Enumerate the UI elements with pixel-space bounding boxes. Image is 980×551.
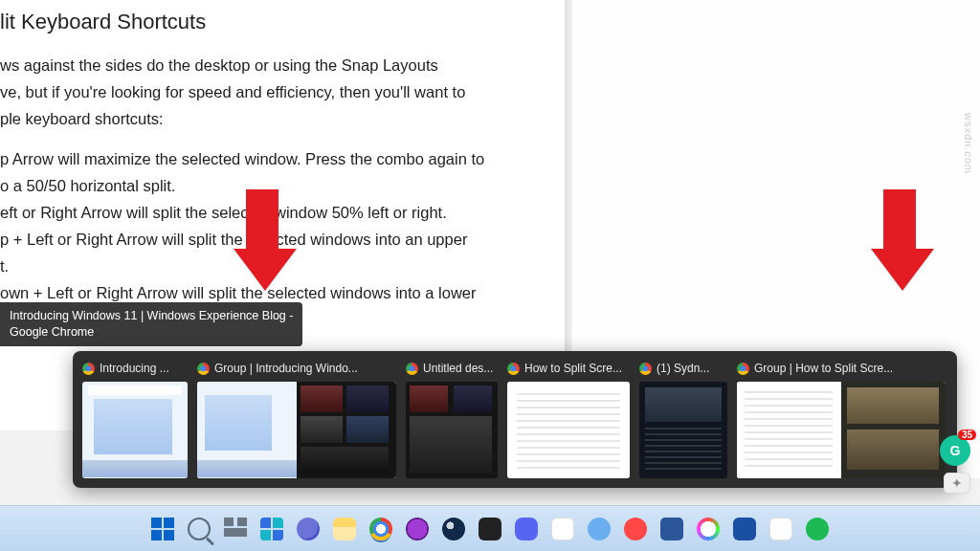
tooltip-line1: Introducing Windows 11 | Windows Experie… <box>10 309 293 322</box>
taskbar-search-icon[interactable] <box>186 516 212 542</box>
chrome-icon <box>82 363 95 375</box>
taskbar-spotify-icon[interactable] <box>804 516 831 542</box>
thumb-preview <box>197 382 396 478</box>
taskview-thumb[interactable]: Introducing ... <box>82 359 188 478</box>
taskview-thumb[interactable]: (1) Sydn... <box>639 359 727 478</box>
taskbar-word-icon[interactable] <box>658 516 685 542</box>
text: o a 50/50 horizontal split. <box>0 177 175 194</box>
thumb-title: How to Split Scre... <box>507 359 630 378</box>
article-heading: lit Keyboard Shortcuts <box>0 10 565 34</box>
grammarly-icon[interactable]: G 35 <box>940 435 970 466</box>
thumb-preview <box>507 382 630 478</box>
chrome-icon <box>737 363 749 375</box>
thumb-title: Introducing ... <box>82 359 188 378</box>
taskbar-teams-icon[interactable] <box>295 516 322 542</box>
thumb-label: Group | Introducing Windo... <box>214 362 358 375</box>
red-arrow-left <box>234 189 291 295</box>
window-tooltip: Introducing Windows 11 | Windows Experie… <box>0 302 302 346</box>
taskbar-file-explorer-icon[interactable] <box>331 516 358 542</box>
thumb-label: Introducing ... <box>100 362 169 375</box>
thumb-preview <box>406 382 498 478</box>
grammarly-letter: G <box>950 443 961 458</box>
chrome-icon <box>507 363 520 375</box>
taskbar-google-classroom-icon[interactable] <box>768 516 794 542</box>
tooltip-line2: Google Chrome <box>10 325 94 339</box>
thumb-label: How to Split Scre... <box>524 362 622 375</box>
taskview-thumb[interactable]: Group | Introducing Windo... <box>197 359 396 478</box>
taskview-thumb[interactable]: Group | How to Split Scre... <box>737 359 946 478</box>
thumb-label: (1) Sydn... <box>657 362 709 375</box>
taskbar-widgets-icon[interactable] <box>258 516 285 542</box>
text: p Arrow will maximize the selected windo… <box>0 150 484 167</box>
text: ve, but if you're looking for speed and … <box>0 83 465 100</box>
watermark: wsxdn.com <box>963 113 974 174</box>
taskbar-preview-strip[interactable]: Introducing ...Group | Introducing Windo… <box>73 351 957 488</box>
article-para1: ws against the sides do the desktop or u… <box>0 52 565 132</box>
taskbar-opera-gx-icon[interactable] <box>404 516 431 542</box>
taskbar-slack-icon[interactable] <box>549 516 576 542</box>
thumb-title: Group | How to Split Scre... <box>737 359 946 378</box>
taskbar-virtualbox-icon[interactable] <box>731 516 758 542</box>
thumb-title: (1) Sydn... <box>639 359 727 378</box>
chrome-icon <box>639 363 652 375</box>
grammarly-badge: 35 <box>958 430 976 440</box>
taskbar-start-icon[interactable] <box>149 516 176 542</box>
taskview-thumb[interactable]: How to Split Scre... <box>507 359 630 478</box>
thumb-preview <box>639 382 727 478</box>
text: ple keyboard shortcuts: <box>0 110 164 127</box>
red-arrow-right <box>871 189 928 295</box>
taskbar-task-view-icon[interactable] <box>222 516 249 542</box>
spark-button[interactable]: ✦ <box>944 473 970 494</box>
taskbar-ea-icon[interactable] <box>622 516 649 542</box>
taskbar-xbox-cloud-icon[interactable] <box>586 516 612 542</box>
taskbar-steam-icon[interactable] <box>440 516 467 542</box>
thumb-label: Untitled des... <box>423 362 493 375</box>
thumb-title: Group | Introducing Windo... <box>197 359 396 378</box>
taskbar-paint-icon[interactable] <box>695 516 722 542</box>
text: t. <box>0 257 9 275</box>
thumb-label: Group | How to Split Scre... <box>754 362 893 375</box>
taskbar-chrome-icon[interactable] <box>368 516 394 542</box>
taskbar <box>0 505 980 551</box>
thumb-preview <box>82 382 188 478</box>
thumb-title: Untitled des... <box>406 359 498 378</box>
taskview-thumb[interactable]: Untitled des... <box>406 359 498 478</box>
chrome-icon <box>197 363 210 375</box>
chrome-icon <box>406 363 418 375</box>
thumb-preview <box>737 382 946 478</box>
taskbar-epic-games-icon[interactable] <box>477 516 503 542</box>
text: ws against the sides do the desktop or u… <box>0 56 438 74</box>
taskbar-discord-icon[interactable] <box>513 516 540 542</box>
